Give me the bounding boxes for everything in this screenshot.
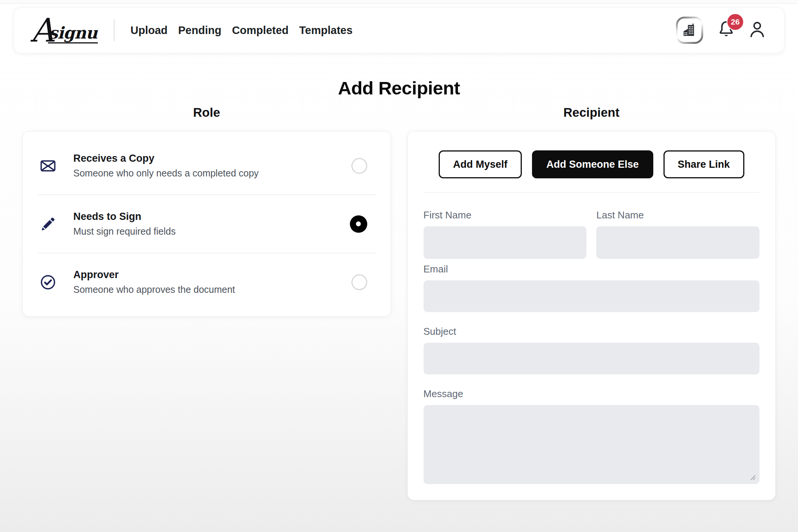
pencil-icon: [39, 215, 57, 233]
role-option-description: Someone who approves the document: [73, 284, 340, 295]
nav-item-completed[interactable]: Completed: [232, 24, 289, 37]
role-option-description: Someone who only needs a completed copy: [73, 168, 340, 179]
tab-add-myself[interactable]: Add Myself: [439, 150, 522, 178]
role-radio-receives-copy[interactable]: [351, 158, 367, 174]
email-label: Email: [424, 263, 760, 275]
role-option-description: Must sign required fields: [73, 226, 339, 237]
check-circle-icon: [39, 274, 57, 291]
recipient-type-tabs: Add Myself Add Someone Else Share Link: [424, 150, 760, 178]
account-button[interactable]: [747, 19, 767, 41]
notifications-button[interactable]: 26: [716, 19, 736, 41]
last-name-field[interactable]: [596, 226, 759, 259]
role-option-texts: Approver Someone who approves the docume…: [73, 269, 340, 295]
nav-item-pending[interactable]: Pending: [178, 24, 221, 37]
email-field[interactable]: [424, 280, 760, 312]
role-option-title: Approver: [73, 269, 340, 281]
browser-top-edge: [0, 0, 798, 4]
first-name-group: First Name: [424, 193, 587, 259]
nav-item-templates[interactable]: Templates: [299, 24, 353, 37]
name-fields-row: First Name Last Name: [424, 193, 760, 259]
subject-field[interactable]: [424, 343, 760, 374]
first-name-field[interactable]: [424, 226, 587, 259]
resize-handle-icon[interactable]: [750, 474, 756, 481]
message-field[interactable]: [424, 405, 760, 484]
role-radio-needs-to-sign[interactable]: [350, 215, 367, 233]
message-field-wrap: [424, 405, 760, 484]
role-option-title: Needs to Sign: [73, 211, 339, 223]
role-option-approver[interactable]: Approver Someone who approves the docume…: [23, 253, 391, 311]
role-column: Role Receives a Copy Someone who only ne…: [22, 102, 391, 317]
top-navbar: A signu Upload Pending Completed Templat…: [14, 7, 784, 53]
organization-button[interactable]: [676, 17, 703, 44]
notification-count-badge: 26: [727, 14, 743, 30]
role-option-title: Receives a Copy: [73, 153, 340, 164]
role-option-texts: Receives a Copy Someone who only needs a…: [73, 153, 340, 179]
logo-wordmark: signu: [48, 25, 98, 43]
organization-building-icon: [682, 22, 697, 38]
last-name-label: Last Name: [596, 209, 759, 221]
subject-label: Subject: [424, 326, 760, 337]
role-option-receives-copy[interactable]: Receives a Copy Someone who only needs a…: [23, 137, 391, 195]
message-label: Message: [424, 388, 760, 400]
asignu-logo[interactable]: A signu: [31, 17, 98, 44]
main-nav: Upload Pending Completed Templates: [130, 24, 353, 37]
page-title: Add Recipient: [0, 77, 798, 99]
recipient-card: Add Myself Add Someone Else Share Link F…: [407, 131, 776, 500]
envelope-icon: [39, 157, 57, 175]
recipient-column: Recipient Add Myself Add Someone Else Sh…: [407, 102, 776, 500]
role-option-needs-to-sign[interactable]: Needs to Sign Must sign required fields: [23, 195, 391, 253]
content-columns: Role Receives a Copy Someone who only ne…: [0, 102, 798, 500]
tab-add-someone-else[interactable]: Add Someone Else: [532, 150, 653, 178]
nav-divider: [114, 19, 114, 41]
role-card: Receives a Copy Someone who only needs a…: [22, 131, 391, 317]
nav-item-upload[interactable]: Upload: [130, 24, 167, 37]
role-heading: Role: [22, 105, 391, 120]
recipient-heading: Recipient: [407, 105, 776, 120]
role-option-texts: Needs to Sign Must sign required fields: [73, 211, 339, 237]
first-name-label: First Name: [424, 209, 587, 221]
tab-share-link[interactable]: Share Link: [663, 150, 744, 178]
last-name-group: Last Name: [596, 193, 759, 259]
role-radio-approver[interactable]: [351, 274, 367, 290]
user-icon: [747, 19, 767, 40]
navbar-actions: 26: [676, 17, 767, 44]
organization-button-face: [678, 19, 701, 42]
